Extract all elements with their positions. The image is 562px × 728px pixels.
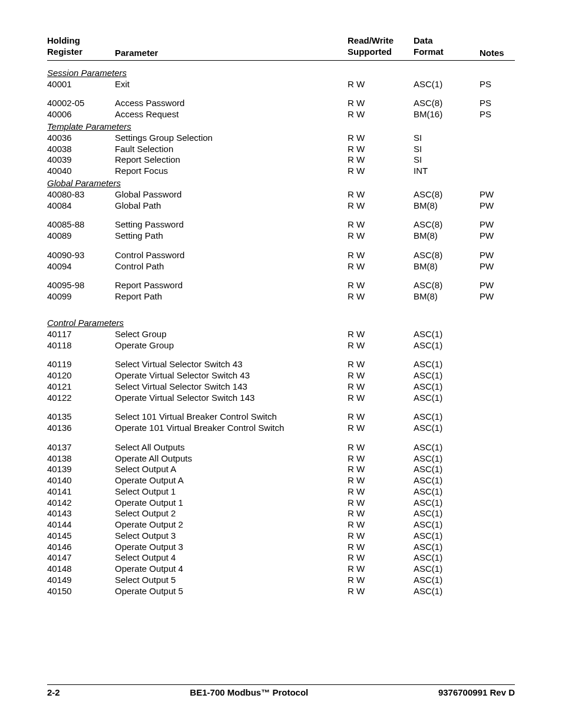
table-row: 40084Global PathR WBM(8)PW <box>47 200 515 212</box>
cell-parameter: Operate 101 Virtual Breaker Control Swit… <box>115 423 348 434</box>
cell-format: BM(16) <box>414 109 480 120</box>
cell-rw: R W <box>348 508 414 519</box>
cell-notes <box>480 154 515 166</box>
cell-notes: PW <box>480 230 515 242</box>
cell-rw: R W <box>348 291 414 302</box>
cell-notes <box>480 498 515 509</box>
cell-notes: PW <box>480 250 515 261</box>
cell-register: 40143 <box>47 508 115 519</box>
cell-rw: R W <box>348 564 414 575</box>
cell-notes <box>480 340 515 351</box>
cell-parameter: Operate Output A <box>115 475 348 486</box>
cell-notes <box>480 166 515 177</box>
cell-register: 40137 <box>47 442 115 453</box>
cell-register: 40085-88 <box>47 219 115 230</box>
cell-format: ASC(8) <box>414 219 480 230</box>
cell-rw: R W <box>348 586 414 597</box>
header-register: Holding Register <box>47 35 115 58</box>
cell-parameter: Access Password <box>115 98 348 109</box>
cell-rw: R W <box>348 552 414 564</box>
cell-notes <box>480 423 515 434</box>
cell-rw: R W <box>348 542 414 553</box>
table-row: 40137Select All OutputsR WASC(1) <box>47 442 515 453</box>
cell-rw: R W <box>348 200 414 212</box>
cell-format: ASC(1) <box>414 442 480 453</box>
cell-format: ASC(8) <box>414 189 480 200</box>
cell-register: 40147 <box>47 552 115 564</box>
cell-register: 40118 <box>47 340 115 351</box>
cell-register: 40138 <box>47 453 115 465</box>
header-format: Data Format <box>414 35 480 58</box>
cell-register: 40006 <box>47 109 115 120</box>
cell-parameter: Operate Output 4 <box>115 564 348 575</box>
cell-format: ASC(1) <box>414 411 480 423</box>
cell-register: 40094 <box>47 261 115 272</box>
table-row: 40002-05Access PasswordR WASC(8)PS <box>47 98 515 109</box>
header-format-l2: Format <box>414 47 444 57</box>
table-row: 40036Settings Group SelectionR WSI <box>47 133 515 144</box>
cell-register: 40146 <box>47 542 115 553</box>
cell-rw: R W <box>348 109 414 120</box>
cell-rw: R W <box>348 340 414 351</box>
table-row: 40148Operate Output 4R WASC(1) <box>47 564 515 575</box>
cell-notes: PS <box>480 109 515 120</box>
cell-format: ASC(1) <box>414 542 480 553</box>
cell-format: ASC(1) <box>414 498 480 509</box>
table-body: Session Parameters40001ExitR WASC(1)PS40… <box>47 68 515 597</box>
cell-parameter: Operate All Outputs <box>115 453 348 465</box>
cell-parameter: Global Path <box>115 200 348 212</box>
cell-format: ASC(1) <box>414 552 480 564</box>
cell-register: 40084 <box>47 200 115 212</box>
cell-notes <box>480 381 515 393</box>
cell-rw: R W <box>348 250 414 261</box>
cell-register: 40095-98 <box>47 280 115 291</box>
cell-register: 40090-93 <box>47 250 115 261</box>
cell-register: 40099 <box>47 291 115 302</box>
cell-format: ASC(1) <box>414 564 480 575</box>
row-gap <box>47 434 515 442</box>
cell-rw: R W <box>348 423 414 434</box>
cell-rw: R W <box>348 531 414 542</box>
cell-rw: R W <box>348 370 414 381</box>
cell-format: ASC(1) <box>414 423 480 434</box>
cell-rw: R W <box>348 154 414 166</box>
cell-notes: PW <box>480 189 515 200</box>
cell-format: ASC(8) <box>414 250 480 261</box>
row-gap <box>47 351 515 359</box>
cell-notes: PW <box>480 200 515 212</box>
header-register-l1: Holding <box>47 35 80 45</box>
table-row: 40120Operate Virtual Selector Switch 43R… <box>47 370 515 381</box>
cell-rw: R W <box>348 393 414 404</box>
table-row: 40150Operate Output 5R WASC(1) <box>47 586 515 597</box>
table-row: 40118Operate GroupR WASC(1) <box>47 340 515 351</box>
cell-format: ASC(1) <box>414 393 480 404</box>
cell-notes <box>480 393 515 404</box>
table-row: 40121Select Virtual Selector Switch 143R… <box>47 381 515 393</box>
cell-parameter: Control Path <box>115 261 348 272</box>
cell-notes <box>480 464 515 475</box>
table-row: 40136Operate 101 Virtual Breaker Control… <box>47 423 515 434</box>
table-row: 40146Operate Output 3R WASC(1) <box>47 542 515 553</box>
cell-notes <box>480 575 515 586</box>
cell-rw: R W <box>348 381 414 393</box>
cell-parameter: Select Group <box>115 329 348 340</box>
cell-notes: PS <box>480 79 515 90</box>
cell-parameter: Settings Group Selection <box>115 133 348 144</box>
cell-register: 40117 <box>47 329 115 340</box>
cell-parameter: Operate Output 3 <box>115 542 348 553</box>
cell-format: ASC(1) <box>414 586 480 597</box>
table-row: 40095-98Report PasswordR WASC(8)PW <box>47 280 515 291</box>
cell-notes: PW <box>480 219 515 230</box>
cell-format: BM(8) <box>414 230 480 242</box>
cell-format: ASC(1) <box>414 340 480 351</box>
cell-format: ASC(1) <box>414 475 480 486</box>
table-row: 40149Select Output 5R WASC(1) <box>47 575 515 586</box>
cell-rw: R W <box>348 280 414 291</box>
cell-notes: PW <box>480 280 515 291</box>
cell-format: ASC(1) <box>414 359 480 370</box>
cell-rw: R W <box>348 133 414 144</box>
cell-parameter: Access Request <box>115 109 348 120</box>
cell-register: 40089 <box>47 230 115 242</box>
cell-register: 40145 <box>47 531 115 542</box>
cell-notes <box>480 411 515 423</box>
